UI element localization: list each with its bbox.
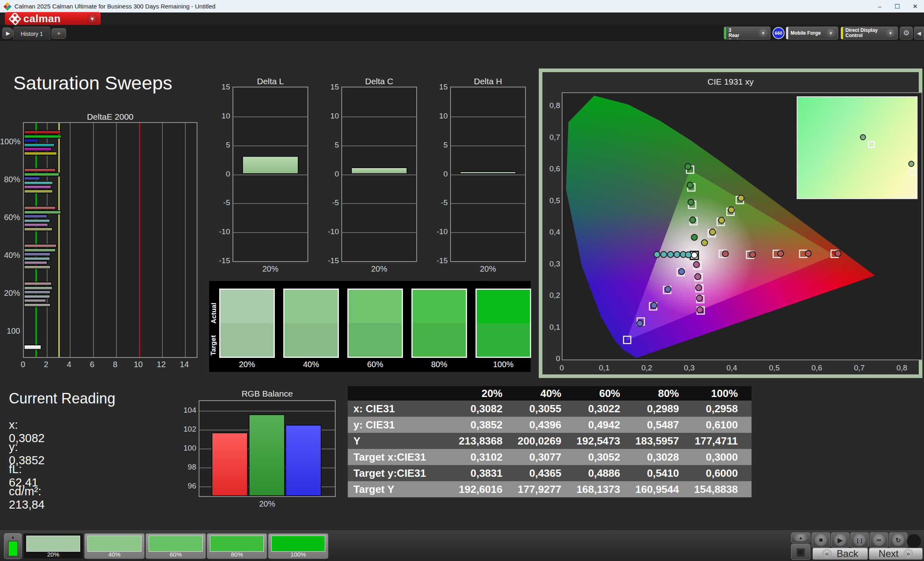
y-tick-label: 0,4 (545, 228, 560, 237)
source-device-dropdown[interactable]: Mobile Forge ▼ (786, 27, 838, 39)
table-cell: 200,0269 (516, 433, 575, 449)
y-tick-label: 104 (179, 406, 196, 415)
gridline (342, 116, 416, 117)
cie-1931-panel: CIE 1931 xy 00,10,20,30,40,50,60,70,8 00… (539, 69, 922, 378)
next-button[interactable]: Next » (869, 548, 923, 560)
deltae-bar (24, 168, 56, 172)
y-tick-label: 0 (212, 170, 230, 179)
eject-icon[interactable]: ▲ (791, 532, 810, 543)
swatch-column (347, 289, 403, 358)
meter-mode: Rear Projector (729, 33, 758, 39)
measured-point-cyan (685, 252, 691, 258)
gridline (233, 203, 307, 204)
gridline (93, 123, 94, 357)
x-tick-label: 8 (109, 360, 121, 369)
measured-point-yellow (710, 229, 716, 235)
chevron-down-icon[interactable]: ▼ (885, 29, 896, 37)
table-cell: 0,6000 (693, 465, 752, 481)
deltae-bar (24, 219, 50, 223)
chevron-down-icon[interactable]: ▼ (87, 14, 98, 24)
gridline (342, 232, 416, 233)
deltae-bar (24, 135, 62, 139)
patch-tile-40%[interactable]: 40% (84, 533, 145, 559)
measured-point-cyan (674, 251, 680, 258)
patch-swatch (271, 536, 325, 552)
meter-sync-badge[interactable]: 660 (772, 27, 785, 39)
measured-point-green (687, 182, 693, 188)
tab-history-1[interactable]: History 1 (13, 27, 50, 40)
delta-c-chart-title: Delta C (341, 77, 417, 86)
x-tick-label: 0,4 (724, 364, 740, 372)
cie-chart-title: CIE 1931 xy (542, 77, 919, 87)
chevron-down-icon[interactable]: ▼ (826, 29, 836, 37)
measured-point-red (750, 251, 756, 258)
y-tick-label: 0 (545, 354, 560, 363)
play-icon[interactable]: ▶ (831, 532, 849, 548)
rgb-balance-chart-title: RGB Balance (199, 389, 336, 399)
x-tick-label: 20% (233, 264, 307, 274)
table-row: Target y:CIE310,38310,43650,48860,54100,… (348, 465, 752, 481)
table-cell: 213,8368 (457, 433, 516, 449)
y-tick-label: 0,6 (545, 164, 560, 173)
calman-menu-button[interactable]: calman ▼ (5, 12, 101, 25)
table-cell: 183,5957 (634, 433, 693, 449)
column-header: 20% (457, 386, 516, 401)
gridline (162, 123, 163, 357)
loop-icon[interactable]: ∞ (870, 532, 888, 548)
patch-swatch (149, 536, 203, 552)
table-cell: 0,3022 (575, 401, 634, 417)
table-cell: 0,4365 (516, 465, 575, 481)
patch-tile-60%[interactable]: 60% (145, 533, 206, 559)
measured-point-magenta (696, 295, 702, 301)
add-tab-button[interactable]: + (52, 28, 66, 39)
app-logo-icon (3, 2, 11, 10)
swatch-column (219, 289, 275, 358)
patch-tile-100%[interactable]: 100% (268, 533, 328, 559)
patch-window-button[interactable]: ▲ (4, 533, 22, 559)
delta-bar (351, 167, 407, 174)
x-tick-label: 0,8 (894, 364, 910, 372)
patch-swatch (26, 536, 80, 552)
measured-point-magenta (694, 262, 700, 268)
y-tick-label: 15 (212, 83, 230, 91)
y-tick-label: 5 (321, 141, 339, 150)
table-cell: 0,3102 (457, 449, 516, 465)
table-cell: 0,6100 (693, 417, 752, 433)
y-tick-label: -5 (321, 198, 339, 207)
window-title: Calman 2025 Calman Ultimate for Business… (15, 3, 216, 10)
patch-tile-label: 80% (207, 551, 267, 558)
measured-point-yellow (738, 195, 744, 201)
status-lamp (907, 534, 921, 549)
patch-tile-20%[interactable]: 20% (23, 533, 83, 559)
table-cell: 0,3852 (457, 417, 516, 433)
refresh-icon[interactable]: ↻ (889, 532, 907, 548)
gridline (199, 411, 335, 411)
gridline (233, 116, 307, 117)
gear-icon[interactable]: ⚙ (900, 27, 913, 39)
display-device-dropdown[interactable]: Direct Display Control ▼ (841, 27, 898, 39)
deltae-bar (24, 214, 48, 218)
row-label: Y (348, 433, 457, 449)
close-button[interactable]: ✕ (906, 0, 924, 12)
meter-device-dropdown[interactable]: X-Rite i1Pro 3 Rear Projector ▼ (724, 27, 770, 39)
deltae-bar (24, 210, 61, 214)
stop-icon: ■ (815, 534, 827, 546)
collapse-panel-icon[interactable]: ◀ (914, 27, 924, 39)
y-tick-label: 98 (179, 463, 196, 472)
deltae-bar (24, 282, 52, 286)
chevron-down-icon[interactable]: ▼ (758, 29, 768, 37)
patch-tile-80%[interactable]: 80% (207, 533, 267, 559)
x-tick-label: 0,3 (681, 364, 698, 372)
target-swatch (220, 323, 274, 357)
interval-icon[interactable]: [·] (850, 532, 869, 548)
x-tick-label: 0,1 (596, 364, 613, 372)
gridline (451, 175, 525, 175)
y-tick-label: -10 (430, 227, 448, 236)
measured-point-yellow (702, 240, 708, 246)
pattern-window-button[interactable]: ▣ (791, 544, 810, 560)
minimize-button[interactable]: – (871, 0, 889, 12)
stop-icon[interactable]: ■ (812, 532, 830, 548)
session-play-icon[interactable]: ▶ (2, 27, 14, 39)
maximize-button[interactable]: ☐ (889, 0, 906, 12)
back-button[interactable]: « Back (812, 548, 868, 560)
